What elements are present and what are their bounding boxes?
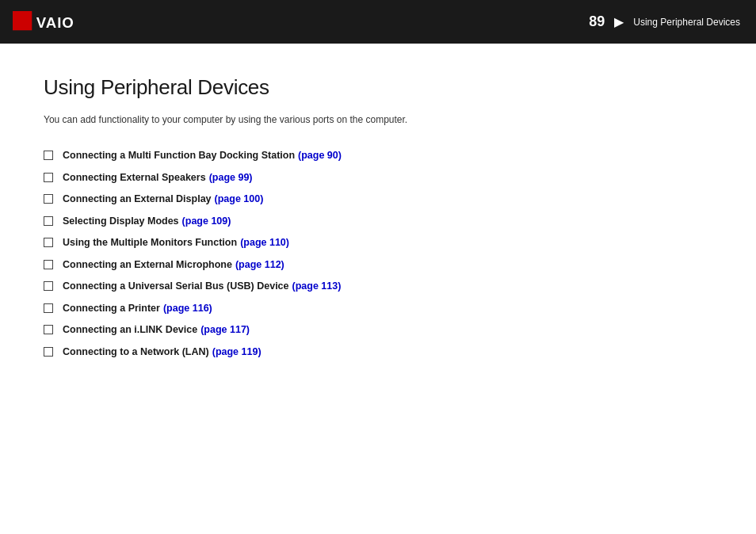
topic-page-link[interactable]: (page 117) [200, 324, 250, 335]
topic-page-link[interactable]: (page 116) [163, 303, 212, 314]
topic-page-link[interactable]: (page 112) [235, 259, 284, 270]
vaio-logo: VAIO [13, 11, 86, 33]
topic-page-link[interactable]: (page 109) [182, 216, 231, 227]
list-item: Connecting a Printer(page 116) [44, 302, 712, 316]
topic-text: Connecting an i.LINK Device(page 117) [63, 323, 250, 338]
topic-page-link[interactable]: (page 99) [209, 172, 253, 183]
list-item: Connecting External Speakers(page 99) [44, 171, 712, 185]
checkbox-icon [44, 173, 53, 182]
svg-rect-0 [13, 11, 32, 30]
list-item: Connecting an External Display(page 100) [44, 193, 712, 207]
topic-page-link[interactable]: (page 100) [215, 193, 264, 204]
topic-list: Connecting a Multi Function Bay Docking … [44, 149, 712, 359]
topic-label: Connecting External Speakers [63, 172, 206, 183]
intro-text: You can add functionality to your comput… [44, 113, 712, 127]
topic-text: Connecting an External Display(page 100) [63, 193, 263, 207]
header-section-title: Using Peripheral Devices [633, 17, 740, 28]
topic-text: Connecting External Speakers(page 99) [63, 171, 253, 185]
topic-label: Connecting an i.LINK Device [63, 324, 197, 335]
checkbox-icon [44, 216, 53, 226]
list-item: Selecting Display Modes(page 109) [44, 215, 712, 229]
checkbox-icon [44, 238, 53, 247]
topic-label: Connecting a Universal Serial Bus (USB) … [63, 280, 289, 292]
topic-text: Using the Multiple Monitors Function(pag… [63, 236, 289, 250]
topic-page-link[interactable]: (page 110) [240, 237, 289, 248]
topic-label: Connecting an External Microphone [63, 259, 232, 270]
main-content: Using Peripheral Devices You can add fun… [0, 44, 756, 391]
topic-label: Connecting a Printer [63, 303, 160, 314]
list-item: Using the Multiple Monitors Function(pag… [44, 236, 712, 250]
topic-text: Connecting a Multi Function Bay Docking … [63, 149, 342, 163]
checkbox-icon [44, 260, 53, 269]
list-item: Connecting a Universal Serial Bus (USB) … [44, 280, 712, 294]
checkbox-icon [44, 194, 53, 204]
topic-page-link[interactable]: (page 113) [292, 280, 342, 292]
list-item: Connecting a Multi Function Bay Docking … [44, 149, 712, 163]
topic-label: Selecting Display Modes [63, 216, 179, 227]
header: VAIO 89 ▶ Using Peripheral Devices [0, 0, 756, 44]
header-right: 89 ▶ Using Peripheral Devices [589, 13, 740, 30]
topic-text: Connecting to a Network (LAN)(page 119) [63, 345, 262, 360]
page-number: 89 [589, 13, 605, 30]
topic-label: Connecting a Multi Function Bay Docking … [63, 150, 295, 161]
checkbox-icon [44, 325, 53, 334]
topic-label: Using the Multiple Monitors Function [63, 237, 237, 248]
list-item: Connecting an i.LINK Device(page 117) [44, 323, 712, 338]
list-item: Connecting to a Network (LAN)(page 119) [44, 345, 712, 360]
topic-page-link[interactable]: (page 90) [298, 150, 342, 161]
topic-text: Connecting a Printer(page 116) [63, 302, 212, 316]
checkbox-icon [44, 151, 53, 160]
topic-text: Selecting Display Modes(page 109) [63, 215, 231, 229]
checkbox-icon [44, 281, 53, 291]
topic-text: Connecting a Universal Serial Bus (USB) … [63, 280, 341, 294]
topic-label: Connecting an External Display [63, 193, 212, 204]
topic-page-link[interactable]: (page 119) [212, 346, 262, 357]
checkbox-icon [44, 347, 53, 357]
topic-label: Connecting to a Network (LAN) [63, 346, 209, 357]
svg-text:VAIO: VAIO [36, 13, 74, 30]
page-title: Using Peripheral Devices [44, 75, 712, 100]
topic-text: Connecting an External Microphone(page 1… [63, 258, 284, 273]
checkbox-icon [44, 303, 53, 313]
list-item: Connecting an External Microphone(page 1… [44, 258, 712, 273]
header-arrow-icon: ▶ [614, 14, 624, 29]
